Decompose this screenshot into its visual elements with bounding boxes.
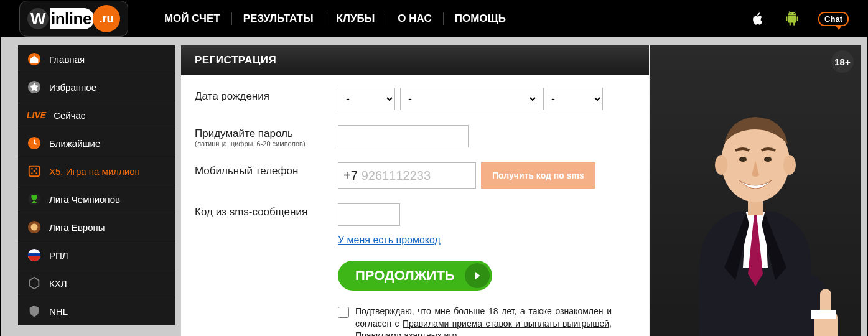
form-title: РЕГИСТРАЦИЯ	[195, 54, 276, 67]
sidebar-item-live[interactable]: LIVE Сейчас	[18, 101, 175, 129]
live-badge-icon: LIVE	[27, 110, 46, 120]
phone-input[interactable]: +7 9261112233	[338, 162, 476, 189]
sidebar-item-label: Главная	[49, 54, 85, 65]
main-panel: РЕГИСТРАЦИЯ Дата рождения - - - Придумай…	[181, 45, 861, 336]
get-sms-code-button[interactable]: Получить код по sms	[481, 162, 595, 189]
svg-point-17	[783, 155, 796, 175]
clock-icon	[27, 136, 42, 151]
logo-ru-ball: .ru	[93, 5, 120, 32]
sidebar-item-favorites[interactable]: Избранное	[18, 73, 175, 101]
rules-link-2[interactable]: Правилами азартных игр	[355, 330, 457, 336]
age-18-badge: 18+	[831, 50, 854, 73]
password-label: Придумайте пароль	[195, 128, 293, 139]
sidebar-item-label: Ближайшие	[49, 138, 100, 149]
nav-my-account[interactable]: МОЙ СЧЕТ	[153, 12, 232, 25]
phone-prefix: +7	[343, 169, 358, 183]
logo[interactable]: Winline .ru	[19, 1, 128, 37]
chat-button[interactable]: Chat	[818, 12, 849, 26]
dob-label: Дата рождения	[195, 88, 338, 103]
sidebar-item-upcoming[interactable]: Ближайшие	[18, 129, 175, 157]
password-input[interactable]	[338, 125, 469, 147]
registration-form-area: РЕГИСТРАЦИЯ Дата рождения - - - Придумай…	[181, 45, 650, 336]
sidebar-item-khl[interactable]: КХЛ	[18, 269, 175, 297]
sidebar: Главная Избранное LIVE Сейчас Ближайшие …	[18, 45, 175, 336]
sidebar-item-label: Избранное	[49, 82, 96, 93]
rules-link-1[interactable]: Правилами приема ставок и выплаты выигры…	[403, 319, 609, 329]
android-icon[interactable]	[783, 9, 801, 29]
phone-placeholder: 9261112233	[362, 169, 431, 183]
sidebar-item-label: Лига Чемпионов	[49, 194, 120, 205]
dob-year-select[interactable]: -	[543, 88, 603, 110]
promo-code-link[interactable]: У меня есть промокод	[338, 235, 441, 246]
top-header: Winline .ru МОЙ СЧЕТ РЕЗУЛЬТАТЫ КЛУБЫ О …	[1, 1, 867, 37]
svg-point-19	[764, 157, 772, 162]
svg-point-6	[34, 170, 35, 172]
arrow-right-icon	[465, 263, 490, 288]
chat-label: Chat	[824, 14, 842, 24]
nav-results[interactable]: РЕЗУЛЬТАТЫ	[232, 12, 325, 25]
sms-code-input[interactable]	[338, 203, 400, 226]
europa-icon	[27, 220, 42, 235]
sidebar-item-label: Лига Европы	[49, 222, 105, 233]
presenter-image	[662, 81, 849, 336]
sidebar-item-label: NHL	[49, 306, 68, 317]
logo-w-letter: W	[27, 8, 49, 29]
password-hint: (латиница, цифры, 6-20 символов)	[195, 140, 338, 147]
svg-point-7	[31, 172, 33, 174]
nav-about[interactable]: О НАС	[386, 12, 443, 25]
sidebar-item-nhl[interactable]: NHL	[18, 297, 175, 325]
nav-clubs[interactable]: КЛУБЫ	[325, 12, 387, 25]
nhl-icon	[27, 304, 42, 319]
sidebar-item-europa-league[interactable]: Лига Европы	[18, 213, 175, 241]
svg-point-18	[739, 157, 747, 162]
svg-point-8	[35, 172, 37, 174]
continue-label: ПРОДОЛЖИТЬ	[355, 268, 455, 284]
svg-point-16	[715, 155, 727, 175]
logo-inline-text: inline	[50, 8, 94, 29]
sidebar-item-rpl[interactable]: РПЛ	[18, 241, 175, 269]
sidebar-item-label: X5. Игра на миллион	[49, 166, 140, 177]
form-header: РЕГИСТРАЦИЯ	[181, 45, 649, 75]
sidebar-item-label: РПЛ	[49, 250, 68, 261]
top-nav: МОЙ СЧЕТ РЕЗУЛЬТАТЫ КЛУБЫ О НАС ПОМОЩЬ	[153, 12, 517, 25]
continue-button[interactable]: ПРОДОЛЖИТЬ	[338, 261, 492, 291]
consent-checkbox[interactable]	[338, 307, 349, 318]
sidebar-item-label: КХЛ	[49, 278, 67, 289]
nav-help[interactable]: ПОМОЩЬ	[444, 12, 517, 25]
sidebar-item-home[interactable]: Главная	[18, 45, 175, 73]
sms-code-label: Код из sms-сообщения	[195, 203, 338, 218]
dob-month-select[interactable]: -	[400, 88, 538, 110]
khl-icon	[27, 276, 42, 291]
svg-point-11	[31, 224, 38, 231]
header-icon-group: Chat	[749, 9, 849, 29]
sidebar-item-label: Сейчас	[54, 110, 85, 121]
sidebar-item-x5-game[interactable]: X5. Игра на миллион	[18, 157, 175, 185]
promo-banner: 18+	[650, 45, 861, 336]
trophy-icon	[27, 192, 42, 207]
svg-rect-13	[28, 253, 40, 256]
dob-day-select[interactable]: -	[338, 88, 395, 110]
svg-point-4	[31, 168, 33, 170]
consent-block: Подтверждаю, что мне больше 18 лет, а та…	[338, 306, 612, 336]
apple-icon[interactable]	[749, 9, 766, 29]
russia-flag-icon	[27, 248, 42, 263]
star-icon	[27, 80, 42, 95]
phone-label: Мобильный телефон	[195, 162, 338, 177]
sidebar-item-champions-league[interactable]: Лига Чемпионов	[18, 185, 175, 213]
chat-tail-icon	[835, 25, 842, 30]
svg-point-5	[35, 168, 37, 170]
svg-rect-23	[811, 310, 836, 319]
home-icon	[27, 52, 42, 67]
dice-icon	[27, 164, 42, 179]
